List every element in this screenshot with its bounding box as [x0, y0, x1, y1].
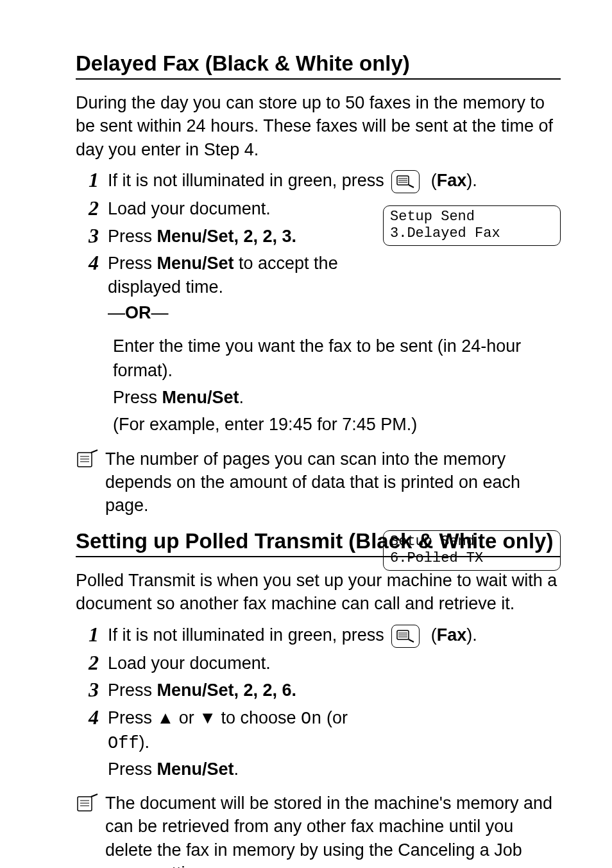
fax-label: Fax — [437, 171, 467, 190]
step-3: 3 Press Menu/Set, 2, 2, 6. — [83, 679, 561, 702]
key-name: Menu/Set — [162, 388, 239, 407]
key-sequence: , 2, 2, 3. — [234, 227, 297, 246]
step-body: If it is not illuminated in green, press… — [108, 169, 561, 193]
after-line-2: Press Menu/Set. — [113, 386, 561, 410]
key-name: Menu/Set — [157, 227, 234, 246]
svg-rect-4 — [78, 453, 92, 467]
fax-label: Fax — [437, 625, 467, 645]
step-2: 2 Load your document. — [83, 652, 561, 675]
text: ). — [139, 733, 150, 752]
svg-rect-12 — [78, 797, 92, 811]
fax-icon — [396, 173, 415, 190]
lcd-display-polled: Setup Send 6.Polled TX — [383, 530, 561, 571]
step-body: Press ▲ or ▼ to choose On (or Off). Pres… — [108, 706, 384, 781]
key-sequence: , 2, 2, 6. — [234, 681, 297, 700]
lcd-line1: Setup Send — [390, 209, 475, 225]
step-number: 2 — [83, 197, 99, 220]
step-number: 3 — [83, 225, 99, 247]
text: Press ▲ or ▼ to choose — [108, 708, 301, 727]
note-icon — [76, 449, 101, 475]
fax-button-icon — [391, 625, 420, 648]
step-number: 4 — [83, 252, 99, 274]
text: Press — [108, 759, 157, 779]
dash: — — [151, 303, 169, 322]
step-4: 4 Press ▲ or ▼ to choose On (or Off). Pr… — [83, 706, 561, 781]
note-delayed-fax: The number of pages you can scan into th… — [76, 447, 561, 517]
section-rule — [76, 78, 561, 80]
text: If it is not illuminated in green, press — [108, 171, 389, 190]
steps-delayed-fax: 1 If it is not illuminated in green, pre… — [76, 169, 561, 328]
text: If it is not illuminated in green, press — [108, 625, 389, 645]
lcd-line2: 6.Polled TX — [390, 550, 483, 566]
text: (or — [321, 708, 348, 727]
steps-polled: 1 If it is not illuminated in green, pre… — [76, 623, 561, 781]
heading-delayed-fax: Delayed Fax (Black & White only) — [76, 51, 561, 76]
key-name: Menu/Set — [157, 759, 234, 779]
text: Press — [108, 681, 157, 700]
text: . — [234, 759, 239, 779]
step-number: 3 — [83, 679, 99, 701]
key-name: Menu/Set — [157, 254, 234, 273]
step-number: 4 — [83, 706, 99, 729]
step-1: 1 If it is not illuminated in green, pre… — [83, 623, 561, 648]
value-off: Off — [108, 734, 139, 753]
text: Press — [108, 227, 157, 246]
lcd-line2: 3.Delayed Fax — [390, 225, 500, 241]
after-line-1: Enter the time you want the fax to be se… — [113, 334, 561, 383]
key-name: Menu/Set — [157, 681, 234, 700]
text: Press — [108, 254, 157, 273]
value-on: On — [301, 709, 321, 729]
after-line-3: (For example, enter 19:45 for 7:45 PM.) — [113, 413, 561, 437]
after-steps-block: Enter the time you want the fax to be se… — [113, 334, 561, 437]
note-text: The document will be stored in the machi… — [105, 792, 561, 868]
step-body: Press Menu/Set to accept the displayed t… — [108, 252, 384, 328]
intro-delayed-fax: During the day you can store up to 50 fa… — [76, 91, 561, 161]
step-1: 1 If it is not illuminated in green, pre… — [83, 169, 561, 193]
step-4-line-2: Press Menu/Set. — [108, 758, 384, 781]
fax-icon — [396, 628, 415, 645]
step-4: 4 Press Menu/Set to accept the displayed… — [83, 252, 561, 328]
text: Press — [113, 388, 162, 407]
step-number: 2 — [83, 652, 99, 674]
step-body: Press Menu/Set, 2, 2, 6. — [108, 679, 561, 702]
step-number: 1 — [83, 623, 99, 646]
note-line-1: The document will be stored in the machi… — [105, 794, 552, 868]
intro-polled-transmit: Polled Transmit is when you set up your … — [76, 569, 561, 616]
or-separator: —OR— — [108, 301, 384, 324]
step-body: If it is not illuminated in green, press… — [108, 623, 561, 648]
step-body: Load your document. — [108, 652, 561, 675]
lcd-line1: Setup Send — [390, 534, 475, 550]
note-polled: The document will be stored in the machi… — [76, 792, 561, 868]
note-text: The number of pages you can scan into th… — [105, 447, 561, 517]
note-icon — [76, 793, 101, 819]
step-number: 1 — [83, 169, 99, 191]
lcd-display-delayed-fax: Setup Send 3.Delayed Fax — [383, 205, 561, 246]
fax-button-icon — [391, 170, 420, 193]
or-label: OR — [125, 303, 151, 322]
text: . — [239, 388, 244, 407]
dash: — — [108, 303, 125, 322]
